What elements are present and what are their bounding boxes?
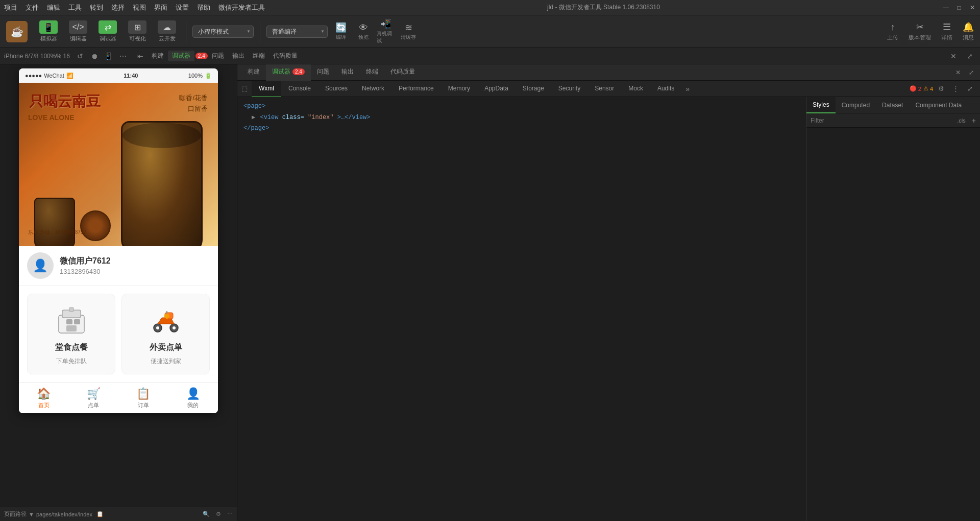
- tab-code-quality[interactable]: 代码质量: [269, 51, 302, 61]
- settings-inspector-button[interactable]: ⚙: [935, 83, 947, 95]
- filter-input[interactable]: [811, 117, 951, 124]
- user-avatar: 👤: [27, 252, 54, 279]
- upload-button[interactable]: ↑ 上传: [887, 22, 898, 41]
- compile-select-wrapper[interactable]: 普通编译: [266, 26, 328, 38]
- styles-tab-styles[interactable]: Styles: [806, 97, 836, 113]
- inspect-icon[interactable]: 🔍: [203, 511, 210, 517]
- mode-select[interactable]: 小程序模式: [192, 26, 254, 38]
- devtools-controls: ✕ ⤢: [953, 69, 976, 76]
- tab-debugger[interactable]: 调试器: [168, 51, 194, 61]
- notification-button[interactable]: 🔔 消息: [963, 21, 974, 41]
- inspector-tab-memory[interactable]: Memory: [441, 81, 477, 97]
- tab-terminal[interactable]: 终端: [360, 64, 384, 81]
- nav-home[interactable]: 🏠 首页: [37, 387, 51, 409]
- preview-button[interactable]: 👁 预览: [354, 22, 373, 41]
- styles-tab-computed[interactable]: Computed: [836, 97, 876, 113]
- mode-select-wrapper[interactable]: 小程序模式: [192, 26, 254, 38]
- detach-panel-button[interactable]: ⤢: [964, 50, 976, 62]
- error-icon: 🔴: [910, 85, 917, 92]
- tab-terminal[interactable]: 终端: [249, 51, 269, 61]
- nav-profile[interactable]: 👤 我的: [186, 387, 200, 409]
- class-attr: class=: [282, 114, 304, 121]
- inspector-tab-audits[interactable]: Audits: [650, 81, 681, 97]
- menu-item-tools[interactable]: 工具: [68, 3, 82, 12]
- svg-rect-2: [66, 319, 72, 324]
- inspector-more-tabs[interactable]: »: [681, 85, 694, 93]
- dom-triangle-view[interactable]: ▶: [252, 114, 255, 121]
- card-dine-in[interactable]: 堂食点餐 下单免排队: [27, 294, 115, 374]
- menu-item-view[interactable]: 视图: [133, 3, 146, 12]
- inspector-tab-network[interactable]: Network: [355, 81, 391, 97]
- phone-icon-btn[interactable]: 📱: [103, 50, 115, 62]
- version-button[interactable]: ✂ 版本管理: [909, 21, 931, 41]
- minimize-button[interactable]: —: [942, 4, 949, 11]
- nav-order[interactable]: 🛒 点单: [87, 387, 101, 409]
- tab-issue[interactable]: 问题: [208, 51, 228, 61]
- nav-home-label: 首页: [38, 401, 50, 409]
- dom-line-2[interactable]: ▶ <view class= "index" >…</view>: [241, 112, 802, 124]
- tab-output[interactable]: 输出: [335, 64, 360, 81]
- menu-item-wechat-tools[interactable]: 微信开发者工具: [218, 3, 265, 12]
- card1-title: 堂食点餐: [55, 342, 88, 353]
- inspector-tab-security[interactable]: Security: [551, 81, 587, 97]
- settings-path-icon[interactable]: ⚙: [216, 511, 221, 517]
- cls-button[interactable]: .cls: [955, 116, 968, 125]
- more-inspector-button[interactable]: ⋮: [949, 83, 962, 95]
- expand-icon[interactable]: ⇤: [137, 52, 143, 60]
- inspector-tab-storage[interactable]: Storage: [516, 81, 551, 97]
- inspector-tab-sensor[interactable]: Sensor: [587, 81, 621, 97]
- maximize-button[interactable]: □: [955, 4, 963, 11]
- menu-item-file[interactable]: 文件: [26, 3, 39, 12]
- devtools-close-button[interactable]: ✕: [953, 69, 963, 76]
- devtools-expand-button[interactable]: ⤢: [967, 69, 976, 76]
- compile-button[interactable]: 🔄 编译: [332, 22, 350, 41]
- compile-select[interactable]: 普通编译: [266, 26, 328, 38]
- path-label[interactable]: 页面路径: [4, 510, 27, 518]
- hero-cup-large: [121, 121, 203, 246]
- tab-issue[interactable]: 问题: [311, 64, 335, 81]
- tab-code-quality[interactable]: 代码质量: [384, 64, 421, 81]
- menu-item-project[interactable]: 项目: [4, 3, 17, 12]
- cloud-button[interactable]: ☁ 云开发: [154, 20, 180, 42]
- tab-output[interactable]: 输出: [228, 51, 249, 61]
- tab-build[interactable]: 构建: [148, 51, 168, 61]
- editor-button[interactable]: </> 编辑器: [65, 20, 91, 42]
- refresh-button[interactable]: ↺: [74, 50, 86, 62]
- inspector-tab-performance[interactable]: Performance: [391, 81, 441, 97]
- close-panel-button[interactable]: ✕: [947, 50, 960, 62]
- details-button[interactable]: ☰ 详情: [941, 21, 952, 41]
- more-options-button[interactable]: ⋯: [117, 50, 129, 62]
- visualize-button[interactable]: ⊞ 可视化: [125, 20, 150, 42]
- inspector-tab-appdata[interactable]: AppData: [477, 81, 516, 97]
- clean-cache-button[interactable]: ≋ 清缓存: [399, 22, 418, 41]
- more-path-icon[interactable]: ⋯: [227, 511, 233, 517]
- real-debug-button[interactable]: 📲 真机调试: [377, 22, 395, 41]
- tab-debug[interactable]: 调试器 2.4: [266, 64, 311, 81]
- stop-button[interactable]: ⏺: [88, 50, 101, 62]
- inspect-element-button[interactable]: ⬚: [237, 81, 252, 97]
- menu-item-goto[interactable]: 转到: [90, 3, 103, 12]
- inspector-tab-console[interactable]: Console: [281, 81, 318, 97]
- add-style-button[interactable]: +: [972, 116, 976, 125]
- tab-build[interactable]: 构建: [241, 64, 266, 81]
- menu-item-interface[interactable]: 界面: [154, 3, 167, 12]
- styles-tab-dataset[interactable]: Dataset: [876, 97, 909, 113]
- card-delivery[interactable]: 外卖点单 便捷送到家: [121, 294, 210, 374]
- inspector-tab-mock[interactable]: Mock: [621, 81, 650, 97]
- menu-item-edit[interactable]: 编辑: [47, 3, 60, 12]
- styles-tab-component-data[interactable]: Component Data: [909, 97, 968, 113]
- copy-path-icon[interactable]: 📋: [96, 511, 104, 517]
- inspector-tab-wxml[interactable]: Wxml: [252, 81, 281, 97]
- nav-orders[interactable]: 📋 订单: [136, 387, 150, 409]
- close-button[interactable]: ✕: [969, 4, 976, 11]
- menu-item-settings[interactable]: 设置: [176, 3, 189, 12]
- secondary-toolbar: iPhone 6/7/8 100%% 16 ↺ ⏺ 📱 ⋯ ⇤ 构建 调试器 2…: [0, 48, 980, 64]
- simulator-button[interactable]: 📱 模拟器: [36, 20, 61, 42]
- debugger-button[interactable]: ⇄ 调试器: [95, 20, 120, 42]
- menu-item-select[interactable]: 选择: [111, 3, 125, 12]
- dine-in-icon: [54, 302, 89, 338]
- inspector-tab-sources[interactable]: Sources: [318, 81, 355, 97]
- detach-inspector-button[interactable]: ⤢: [964, 83, 976, 95]
- menu-item-help[interactable]: 帮助: [197, 3, 210, 12]
- toolbar-separator-1: [186, 21, 186, 42]
